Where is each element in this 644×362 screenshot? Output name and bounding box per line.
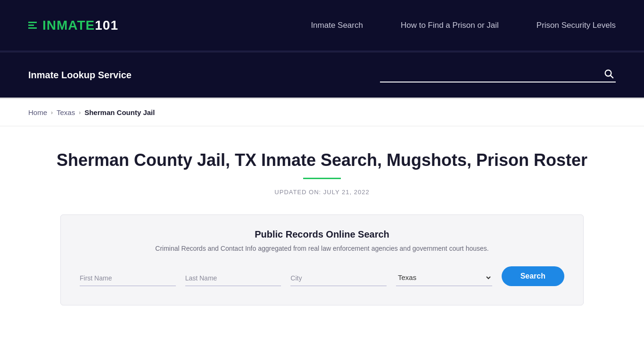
- search-section-label: Inmate Lookup Service: [28, 70, 132, 81]
- first-name-group: [80, 270, 176, 286]
- search-input-wrapper: [380, 67, 616, 82]
- nav-inmate-search[interactable]: Inmate Search: [311, 21, 363, 30]
- breadcrumb-separator-2: ›: [79, 109, 81, 116]
- breadcrumb-section: Home › Texas › Sherman County Jail: [0, 99, 644, 126]
- logo-text: INMATE101: [42, 18, 118, 33]
- nav-security-levels[interactable]: Prison Security Levels: [537, 21, 616, 30]
- last-name-input[interactable]: [185, 270, 281, 286]
- breadcrumb-state[interactable]: Texas: [57, 108, 75, 116]
- first-name-input[interactable]: [80, 270, 176, 286]
- search-input[interactable]: [380, 67, 602, 80]
- breadcrumb-separator-1: ›: [51, 109, 53, 116]
- nav-links: Inmate Search How to Find a Prison or Ja…: [311, 21, 616, 30]
- svg-line-1: [611, 75, 613, 78]
- page-title: Sherman County Jail, TX Inmate Search, M…: [28, 150, 616, 170]
- search-bar-section: Inmate Lookup Service: [0, 52, 644, 99]
- main-content: Sherman County Jail, TX Inmate Search, M…: [0, 126, 644, 324]
- title-underline: [303, 178, 341, 179]
- nav-how-to-find[interactable]: How to Find a Prison or Jail: [401, 21, 499, 30]
- breadcrumb: Home › Texas › Sherman County Jail: [28, 108, 616, 116]
- search-button[interactable]: Search: [502, 266, 564, 286]
- state-group: AlabamaAlaskaArizonaArkansasCaliforniaCo…: [396, 269, 492, 286]
- breadcrumb-current: Sherman County Jail: [84, 108, 155, 116]
- breadcrumb-home[interactable]: Home: [28, 108, 47, 116]
- logo-bars-icon: [28, 22, 37, 29]
- top-navigation: INMATE101 Inmate Search How to Find a Pr…: [0, 0, 644, 52]
- logo[interactable]: INMATE101: [28, 18, 118, 33]
- city-input[interactable]: [290, 270, 387, 286]
- city-group: [290, 270, 387, 286]
- last-name-group: [185, 270, 281, 286]
- search-icon: [603, 68, 614, 79]
- search-box-description: Criminal Records and Contact Info aggreg…: [80, 245, 564, 252]
- search-box-title: Public Records Online Search: [80, 229, 564, 240]
- updated-date: UPDATED ON: JULY 21, 2022: [28, 189, 616, 196]
- state-select[interactable]: AlabamaAlaskaArizonaArkansasCaliforniaCo…: [396, 269, 492, 286]
- public-records-search-box: Public Records Online Search Criminal Re…: [60, 214, 584, 305]
- search-submit-button[interactable]: [602, 68, 616, 79]
- search-form: AlabamaAlaskaArizonaArkansasCaliforniaCo…: [80, 266, 564, 286]
